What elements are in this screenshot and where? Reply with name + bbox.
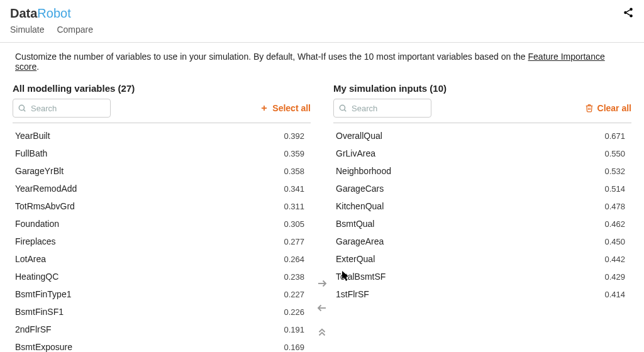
list-item[interactable]: 2ndFlrSF0.191 <box>13 321 311 338</box>
list-item[interactable]: TotRmsAbvGrd0.311 <box>13 197 311 215</box>
list-item[interactable]: GarageYrBlt0.358 <box>13 162 311 180</box>
tab-bar: Simulate Compare <box>0 25 644 43</box>
list-item[interactable]: YearBuilt0.392 <box>13 127 311 145</box>
description-text: Customize the number of variables to use… <box>0 43 644 83</box>
all-variables-list: YearBuilt0.392 FullBath0.359 GarageYrBlt… <box>13 127 311 352</box>
tab-simulate[interactable]: Simulate <box>10 25 44 37</box>
list-item[interactable]: HeatingQC0.238 <box>13 268 311 285</box>
list-item[interactable]: FullBath0.359 <box>13 145 311 162</box>
search-input-left[interactable] <box>13 99 111 118</box>
transfer-controls <box>311 83 333 340</box>
plus-icon <box>260 104 269 113</box>
select-all-button[interactable]: Select all <box>260 103 311 113</box>
svg-point-2 <box>630 14 633 18</box>
search-input-right[interactable] <box>333 99 431 118</box>
brand-part1: Data <box>10 6 37 20</box>
list-item[interactable]: GarageCars0.514 <box>333 180 631 197</box>
list-item[interactable]: OverallQual0.671 <box>333 127 631 145</box>
chevron-double-up-icon <box>316 327 328 338</box>
simulation-inputs-panel: My simulation inputs (10) Clear all Over… <box>333 83 631 303</box>
description-suffix: . <box>36 62 39 72</box>
list-item[interactable]: Foundation0.305 <box>13 215 311 233</box>
scroll-top-button[interactable] <box>316 327 328 340</box>
all-variables-panel: All modelling variables (27) Select all … <box>13 83 311 352</box>
brand-logo: DataRobot <box>10 6 71 21</box>
search-icon <box>18 104 26 113</box>
search-icon <box>338 104 347 113</box>
list-item[interactable]: BsmtFinSF10.226 <box>13 303 311 321</box>
share-icon[interactable] <box>623 7 634 20</box>
brand-part2: Robot <box>37 6 70 20</box>
svg-point-0 <box>630 8 633 11</box>
list-item[interactable]: KitchenQual0.478 <box>333 197 631 215</box>
simulation-inputs-list: OverallQual0.671 GrLivArea0.550 Neighbor… <box>333 127 631 303</box>
move-left-button[interactable] <box>316 302 328 316</box>
tab-compare[interactable]: Compare <box>57 25 93 37</box>
simulation-inputs-title: My simulation inputs (10) <box>333 83 631 94</box>
svg-line-10 <box>344 109 346 111</box>
list-item[interactable]: BsmtFinType10.227 <box>13 285 311 303</box>
svg-point-3 <box>19 105 24 110</box>
list-item[interactable]: GarageArea0.450 <box>333 233 631 250</box>
svg-line-4 <box>23 109 25 111</box>
list-item[interactable]: TotalBsmtSF0.429 <box>333 268 631 285</box>
arrow-left-icon <box>316 302 328 314</box>
description-prefix: Customize the number of variables to use… <box>15 52 528 62</box>
svg-point-9 <box>340 105 345 110</box>
list-item[interactable]: BsmtExposure0.169 <box>13 338 311 352</box>
list-item[interactable]: Fireplaces0.277 <box>13 233 311 250</box>
svg-point-1 <box>624 11 627 14</box>
list-item[interactable]: BsmtQual0.462 <box>333 215 631 233</box>
move-right-button[interactable] <box>316 278 328 291</box>
list-item[interactable]: ExterQual0.442 <box>333 250 631 268</box>
list-item[interactable]: LotArea0.264 <box>13 250 311 268</box>
arrow-right-icon <box>316 278 328 289</box>
clear-all-button[interactable]: Clear all <box>585 103 631 113</box>
list-item[interactable]: 1stFlrSF0.414 <box>333 285 631 303</box>
list-item[interactable]: YearRemodAdd0.341 <box>13 180 311 197</box>
trash-icon <box>585 104 594 113</box>
list-item[interactable]: Neighborhood0.532 <box>333 162 631 180</box>
list-item[interactable]: GrLivArea0.550 <box>333 145 631 162</box>
all-variables-title: All modelling variables (27) <box>13 83 311 94</box>
